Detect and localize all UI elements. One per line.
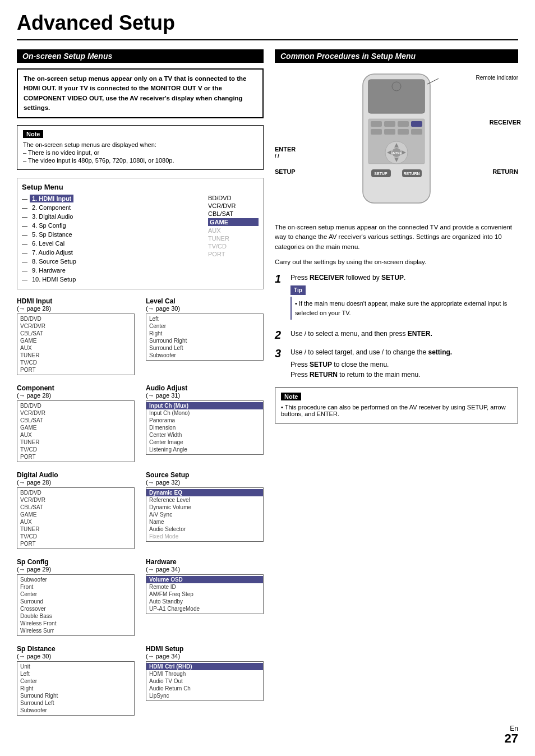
submenu-item: Front — [17, 583, 134, 591]
submenu-item: VCR/DVR — [17, 409, 134, 417]
receiver-label: RECEIVER — [490, 119, 521, 126]
menu-item-label-5: 5. Sp Distance — [30, 231, 75, 238]
page-footer: En 27 — [505, 725, 518, 745]
submenu-item: CBL/SAT — [17, 330, 134, 337]
submenu-source-setup-ref: (→ page 32) — [146, 479, 264, 486]
left-column: On-screen Setup Menus The on-screen setu… — [17, 49, 264, 723]
submenu-sp-distance-title: Sp Distance — [17, 645, 135, 653]
procedure-carry: Carry out the settings by using the on-s… — [275, 257, 518, 267]
step-2-num: 2 — [275, 329, 286, 342]
arrow-8: — — [22, 259, 30, 265]
submenu-hdmi-input: HDMI Input (→ page 28) BD/DVD VCR/DVR CB… — [17, 297, 135, 375]
step-3-extra-1: Press SETUP to close the menu. — [290, 359, 518, 370]
submenu-audio-adjust-items: Input Ch (Mux) Input Ch (Mono) Panorama … — [146, 400, 264, 455]
submenu-item: Surround Left — [17, 699, 134, 707]
submenu-item: TUNER — [17, 352, 134, 359]
menu-item-label-8: 8. Source Setup — [30, 257, 79, 265]
submenu-item: HDMI Through — [146, 670, 263, 677]
submenu-level-cal-title: Level Cal — [146, 297, 264, 305]
submenu-item: CBL/SAT — [17, 504, 134, 511]
right-note-text: • This procedure can also be performed o… — [281, 404, 512, 417]
svg-rect-6 — [411, 121, 422, 127]
submenu-item: Reference Level — [146, 496, 263, 504]
submenu-item: Wireless Front — [17, 620, 134, 627]
submenu-item: BD/DVD — [17, 489, 134, 496]
submenu-item: TUNER — [17, 525, 134, 533]
submenu-grid: HDMI Input (→ page 28) BD/DVD VCR/DVR CB… — [17, 297, 264, 718]
right-item-7: PORT — [208, 251, 259, 257]
note-line-2: – There is no video input, or — [23, 149, 257, 156]
menu-item-5: — 5. Sp Distance — [22, 231, 202, 238]
step-1: 1 Press RECEIVER followed by SETUP. Tip … — [275, 273, 518, 323]
right-item-0: BD/DVD — [208, 195, 259, 201]
submenu-hdmi-setup-items: HDMI Ctrl (RHD) HDMI Through Audio TV Ou… — [146, 661, 264, 701]
submenu-item: Audio TV Out — [146, 677, 263, 685]
menu-item-2: — 2. Component — [22, 204, 202, 211]
menu-items-left: — 1. HDMI Input — 2. Component — 3. Digi… — [22, 195, 202, 284]
step-2-content: Use / to select a menu, and then press E… — [290, 329, 518, 339]
right-section-header: Common Procedures in Setup Menu — [275, 49, 518, 63]
tip-content: • If the main menu doesn't appear, make … — [290, 297, 518, 320]
submenu-item: Wireless Surr — [17, 627, 134, 634]
svg-rect-10 — [411, 129, 422, 135]
submenu-item: Left — [146, 315, 263, 322]
submenu-item: Audio Selector — [146, 525, 263, 533]
svg-rect-7 — [371, 129, 382, 135]
submenu-item: Input Ch (Mono) — [146, 409, 263, 417]
setup-menu-box: Setup Menu — 1. HDMI Input — 2. Componen… — [17, 178, 264, 289]
step-1-num: 1 — [275, 273, 286, 285]
submenu-hdmi-input-ref: (→ page 28) — [17, 305, 135, 312]
submenu-item: HDMI Ctrl (RHD) — [146, 663, 263, 670]
submenu-item: Auto Standby — [146, 598, 263, 605]
submenu-item: AM/FM Freq Step — [146, 591, 263, 598]
arrow-3: — — [22, 214, 30, 220]
submenu-item: TV/CD — [17, 533, 134, 540]
submenu-level-cal: Level Cal (→ page 30) Left Center Right … — [146, 297, 264, 375]
submenu-source-setup-title: Source Setup — [146, 471, 264, 479]
submenu-hdmi-input-items: BD/DVD VCR/DVR CBL/SAT GAME AUX TUNER TV… — [17, 314, 135, 375]
submenu-item: Dimension — [146, 424, 263, 431]
svg-point-22 — [392, 82, 401, 91]
step-3-text: Use / to select target, and use / to cha… — [290, 348, 452, 356]
submenu-item: PORT — [17, 540, 134, 547]
menu-item-4: — 4. Sp Config — [22, 222, 202, 229]
setup-menu-grid: — 1. HDMI Input — 2. Component — 3. Digi… — [22, 195, 259, 284]
warning-text: The on-screen setup menus appear only on… — [24, 75, 246, 111]
submenu-item: AUX — [17, 344, 134, 352]
submenu-item: Panorama — [146, 417, 263, 424]
menu-item-8: — 8. Source Setup — [22, 257, 202, 265]
right-item-1: VCR/DVR — [208, 202, 259, 209]
submenu-item: Center — [146, 322, 263, 330]
step-3: 3 Use / to select target, and use / to c… — [275, 347, 518, 380]
submenu-sp-distance-items: Unit Left Center Right Surround Right Su… — [17, 661, 135, 716]
submenu-sp-config-title: Sp Config — [17, 558, 135, 566]
submenu-item: Subwoofer — [17, 707, 134, 714]
submenu-item: Subwoofer — [146, 352, 263, 359]
svg-text:RETURN: RETURN — [403, 172, 419, 176]
submenu-item: BD/DVD — [17, 402, 134, 409]
submenu-item: Unit — [17, 663, 134, 670]
submenu-digital-audio-items: BD/DVD VCR/DVR CBL/SAT GAME AUX TUNER TV… — [17, 487, 135, 549]
right-item-6: TV/CD — [208, 243, 259, 250]
note-line-1: The on-screen setup menus are displayed … — [23, 141, 257, 148]
submenu-item: VCR/DVR — [17, 496, 134, 504]
page-number: 27 — [505, 732, 518, 745]
page-title: Advanced Setup — [17, 11, 518, 40]
submenu-sp-config: Sp Config (→ page 29) Subwoofer Front Ce… — [17, 558, 135, 636]
submenu-sp-distance-ref: (→ page 30) — [17, 653, 135, 660]
submenu-item: GAME — [17, 337, 134, 344]
submenu-component-ref: (→ page 28) — [17, 392, 135, 399]
submenu-item: CBL/SAT — [17, 417, 134, 424]
svg-text:ENTER: ENTER — [391, 151, 403, 155]
menu-item-label-7: 7. Audio Adjust — [30, 248, 75, 256]
submenu-item: Dynamic EQ — [146, 489, 263, 496]
submenu-item: Dynamic Volume — [146, 504, 263, 511]
note-line-3: – The video input is 480p, 576p, 720p, 1… — [23, 157, 257, 164]
left-section-header: On-screen Setup Menus — [17, 49, 264, 63]
menu-item-label-2: 2. Component — [30, 204, 73, 211]
submenu-item: A/V Sync — [146, 511, 263, 518]
submenu-item: Right — [146, 330, 263, 337]
arrow-5: — — [22, 232, 30, 238]
menu-item-label-1: 1. HDMI Input — [30, 195, 73, 202]
submenu-level-cal-ref: (→ page 30) — [146, 305, 264, 312]
